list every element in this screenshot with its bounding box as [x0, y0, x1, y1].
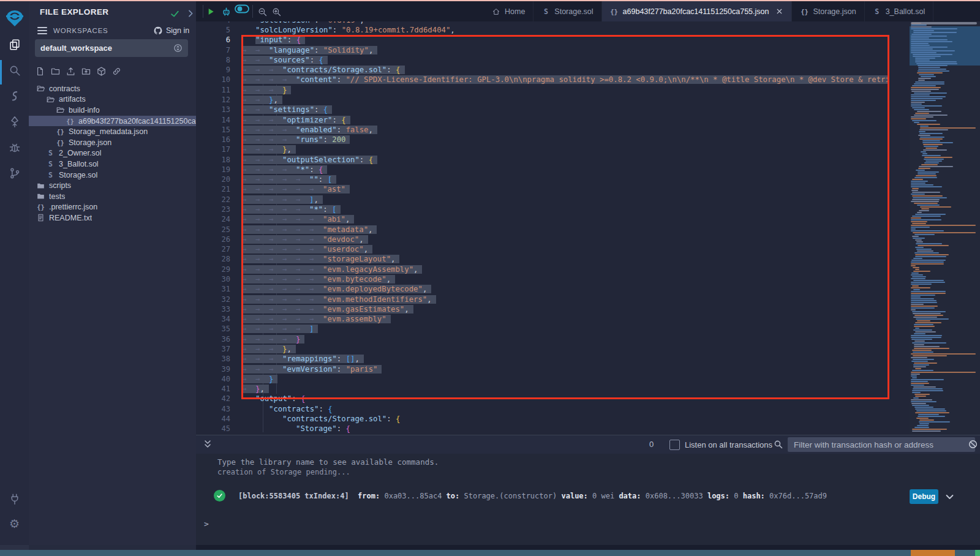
solidity-compiler-icon[interactable]: [8, 89, 21, 103]
minimap-line: [919, 421, 950, 423]
zoom-out-button[interactable]: [257, 7, 268, 17]
json-icon: {}: [56, 138, 65, 147]
workspaces-menu-icon[interactable]: [37, 27, 47, 35]
tab-a69b43f277ba20fcac141151250ca755-json[interactable]: {}a69b43f277ba20fcac141151250ca755.json: [602, 1, 793, 21]
tree-item-3-ballot-sol[interactable]: S3_Ballot.sol: [29, 159, 196, 170]
minimap-line: [925, 148, 937, 149]
expand-terminal-icon[interactable]: [203, 438, 213, 451]
minimap-line: [911, 306, 938, 307]
close-tab-icon[interactable]: [775, 7, 783, 15]
minimap-line: [911, 295, 935, 296]
chevron-right-icon[interactable]: [186, 9, 195, 18]
tab-home[interactable]: Home: [484, 1, 533, 21]
minimap-line: [918, 416, 945, 417]
tree-item-label: 2_Owner.sol: [59, 149, 101, 157]
minimap-line: [918, 135, 930, 136]
remix-ai-assistant-button[interactable]: [221, 6, 232, 18]
minimap-line: [914, 115, 948, 116]
settings-icon[interactable]: ⚙: [8, 517, 21, 530]
terminal-line: creation of Storage pending...: [217, 468, 350, 476]
search-icon[interactable]: [773, 439, 783, 449]
scrollbar-thumb[interactable]: [911, 22, 977, 24]
sign-in-button[interactable]: Sign in: [153, 26, 189, 36]
tab-3-ballot-sol[interactable]: S3_Ballot.sol: [865, 1, 934, 21]
debug-button[interactable]: Debug: [910, 489, 938, 504]
tree-item-readme-txt[interactable]: README.txt: [29, 212, 196, 224]
debugger-icon[interactable]: [8, 141, 21, 154]
line-number: 33: [202, 304, 230, 314]
minimap-line: [912, 405, 929, 406]
line-number: 26: [202, 235, 230, 244]
tree-item-storage-json[interactable]: {}Storage.json: [29, 137, 196, 148]
editor-toggle-button[interactable]: [235, 4, 249, 13]
tree-item-build-info[interactable]: build-info: [29, 105, 196, 116]
workspace-select[interactable]: default_workspace: [35, 39, 188, 57]
publish-to-ipfs-icon[interactable]: [96, 66, 107, 77]
code-line-28: →→→→→→"storageLayout",: [242, 254, 399, 264]
minimap-line: [919, 129, 948, 130]
minimap-line: [913, 271, 930, 272]
create-link-icon[interactable]: [111, 66, 122, 77]
zoom-in-button[interactable]: [271, 7, 282, 17]
minimap-line: [911, 87, 941, 88]
tree-item-storage-sol[interactable]: SStorage.sol: [29, 170, 196, 181]
tree-item-storage-metadata-json[interactable]: {}Storage_metadata.json: [29, 126, 196, 137]
minimap-line: [915, 239, 922, 241]
tree-item-scripts[interactable]: scripts: [29, 180, 196, 191]
transaction-log-line: [block:5583405 txIndex:4] from: 0xa03...…: [238, 492, 831, 500]
tree-item-2-owner-sol[interactable]: S2_Owner.sol: [29, 148, 196, 159]
minimap-line: [914, 177, 937, 178]
tab-storage-sol[interactable]: SStorage.sol: [533, 1, 601, 21]
minimap-line: [912, 188, 919, 189]
minimap-line: [916, 170, 925, 171]
minimap-line: [923, 149, 947, 151]
tree-item-contracts[interactable]: contracts: [29, 83, 196, 94]
minimap-line: [919, 210, 929, 211]
tree-item-a69b43f277ba20fcac141151250ca7-[interactable]: {}a69b43f277ba20fcac141151250ca7...: [29, 116, 196, 127]
tree-item-label: 3_Ballot.sol: [59, 160, 99, 168]
create-new-folder-icon[interactable]: [50, 66, 61, 77]
minimap-line: [911, 357, 927, 358]
line-number: 12: [202, 95, 230, 105]
minimap-line: [916, 418, 929, 419]
chevron-down-icon[interactable]: [944, 492, 955, 502]
git-icon[interactable]: [8, 167, 21, 180]
tab-label: Home: [505, 7, 525, 16]
file-explorer-icon[interactable]: [8, 38, 21, 51]
search-icon[interactable]: [8, 64, 21, 77]
tree-item-artifacts[interactable]: artifacts: [29, 94, 196, 105]
run-script-button[interactable]: [206, 7, 216, 17]
upload-folder-icon[interactable]: [81, 66, 91, 77]
minimap-line: [911, 48, 933, 50]
code-editor[interactable]: 4567891011121314151617181920212223242526…: [196, 21, 910, 435]
code-line-25: →→→→→→"metadata",: [242, 225, 377, 235]
listen-all-transactions-checkbox[interactable]: [669, 440, 680, 450]
line-number: 8: [202, 55, 230, 65]
minimap[interactable]: [910, 21, 980, 435]
terminal-prompt[interactable]: >: [204, 519, 209, 528]
tree-item-tests[interactable]: tests: [29, 191, 196, 202]
minimap-line: [911, 282, 945, 283]
clear-console-icon[interactable]: [968, 439, 978, 449]
transaction-filter-input[interactable]: [788, 437, 975, 452]
minimap-line: [913, 317, 937, 318]
tree-item--prettierrc-json[interactable]: {}.prettierrc.json: [29, 202, 196, 213]
minimap-line: [918, 171, 939, 173]
line-number: 41: [202, 384, 230, 394]
minimap-line: [918, 168, 930, 169]
status-strip: [0, 545, 29, 550]
upload-file-icon[interactable]: [66, 66, 76, 77]
minimap-line: [918, 78, 931, 79]
icon-rail: ⚙: [0, 1, 29, 545]
line-number: 14: [202, 115, 230, 125]
tab-storage-json[interactable]: {}Storage.json: [792, 1, 864, 21]
create-new-file-icon[interactable]: [35, 66, 45, 77]
minimap-line: [915, 254, 949, 255]
deploy-run-icon[interactable]: [8, 115, 21, 129]
minimap-line: [911, 383, 929, 384]
tree-item-label: .prettierrc.json: [49, 203, 97, 211]
code-line-8: →→"sources": {: [242, 55, 328, 65]
minimap-line: [911, 291, 946, 292]
code-line-38: →→→"remappings": [],: [242, 354, 364, 364]
plugin-manager-icon[interactable]: [8, 492, 21, 506]
